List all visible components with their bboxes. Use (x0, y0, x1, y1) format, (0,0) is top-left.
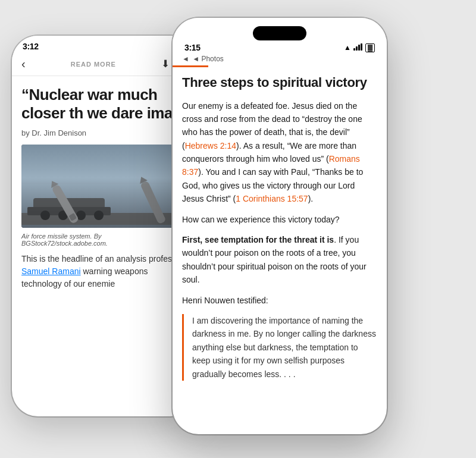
front-top-notch-area (173, 18, 387, 40)
front-para3: First, see temptation for the threat it … (182, 233, 377, 287)
phone-back: 3:12 🔔 ‹ READ MORE ⬇ 🗑 “Nuclear war much… (12, 36, 196, 416)
back-nav-bar: ‹ READ MORE ⬇ 🗑 (12, 54, 196, 76)
front-para2: How can we experience this victory today… (182, 213, 377, 226)
nav-title: READ MORE (26, 61, 161, 68)
hebrews-link[interactable]: Hebrews 2:14 (185, 141, 236, 150)
article-image (21, 145, 187, 228)
front-article-content: Three steps to spiritual victory Our ene… (173, 67, 387, 434)
front-status-icons: ▲ ▓ (344, 43, 375, 52)
front-top-bar: ◄ ◄ Photos (173, 54, 387, 65)
svg-rect-16 (361, 43, 362, 51)
front-status-bar: 3:15 ▲ ▓ (173, 40, 387, 54)
back-image-caption: Air force missile system. By BGStock72/s… (21, 233, 187, 247)
back-arrow-icon: ◄ (182, 55, 189, 63)
front-article-body: Our enemy is a defeated foe. Jesus died … (182, 99, 377, 381)
back-body-text: This is the headline of an analysis prof… (21, 254, 183, 263)
corinthians-link[interactable]: 1 Corinthians 15:57 (236, 194, 308, 203)
front-para1: Our enemy is a defeated foe. Jesus died … (182, 99, 377, 206)
front-status-time: 3:15 (184, 43, 201, 52)
wifi-icon: ▲ (344, 43, 351, 52)
back-status-time: 3:12 (23, 42, 39, 51)
para1-end: ). (308, 194, 314, 203)
battery-icon: ▓ (365, 43, 375, 52)
para3-bold: First, see temptation for the threat it … (182, 235, 334, 244)
samuel-ramani-link[interactable]: Samuel Ramani (21, 266, 81, 276)
download-icon[interactable]: ⬇ (161, 58, 170, 70)
missile-illustration (21, 148, 187, 225)
svg-rect-15 (358, 45, 360, 51)
back-article-content: “Nuclear war much closer th we dare imag… (12, 76, 196, 379)
photos-label: ◄ Photos (192, 55, 224, 63)
scene: 3:12 🔔 ‹ READ MORE ⬇ 🗑 “Nuclear war much… (0, 0, 476, 458)
svg-rect-14 (356, 46, 358, 51)
back-article-title: “Nuclear war much closer th we dare imag… (21, 86, 187, 123)
svg-point-3 (40, 211, 50, 220)
dynamic-island (253, 26, 306, 40)
back-status-bar: 3:12 🔔 (12, 36, 196, 54)
back-button[interactable]: ‹ (21, 57, 26, 71)
phone-front: 3:15 ▲ ▓ ◄ ◄ Photos (173, 18, 387, 434)
blockquote-text: I am discovering the importance of namin… (192, 316, 376, 379)
svg-rect-13 (353, 48, 355, 51)
photos-back-link[interactable]: ◄ ◄ Photos (182, 55, 224, 63)
svg-point-6 (94, 211, 104, 220)
back-article-body: This is the headline of an analysis prof… (21, 253, 187, 290)
front-blockquote: I am discovering the importance of namin… (182, 314, 377, 381)
chevron-left-icon: ‹ (21, 57, 26, 71)
front-article-title: Three steps to spiritual victory (182, 74, 377, 91)
front-para4: Henri Nouwen testified: (182, 294, 377, 307)
signal-icon (353, 43, 363, 52)
back-article-author: by Dr. Jim Denison (21, 128, 187, 137)
